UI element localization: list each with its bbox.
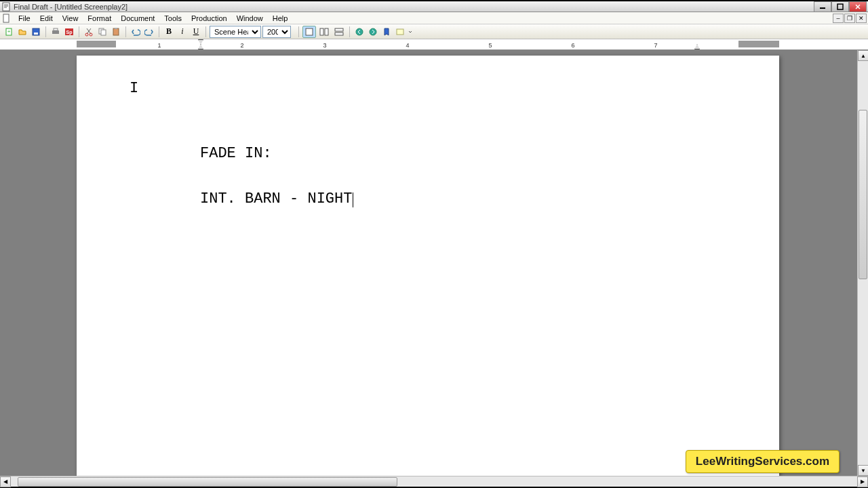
first-line-indent-marker[interactable]	[198, 39, 203, 45]
mdi-minimize-button[interactable]: –	[833, 14, 844, 23]
toolbar-separator	[125, 26, 126, 37]
app-icon	[1, 2, 11, 12]
open-button[interactable]	[16, 26, 28, 38]
underline-button[interactable]: U	[190, 26, 202, 38]
italic-button[interactable]: i	[176, 26, 189, 38]
svg-text:Sp: Sp	[66, 30, 73, 35]
left-indent-marker[interactable]	[198, 44, 203, 49]
menu-format[interactable]: Format	[83, 14, 116, 23]
ruler-number: 2	[240, 42, 243, 49]
menu-tools[interactable]: Tools	[159, 14, 186, 23]
page-view-button[interactable]	[302, 26, 316, 38]
vertical-scrollbar[interactable]: ▲ ▼	[857, 50, 868, 476]
maximize-button[interactable]	[831, 1, 849, 12]
ruler-number: 6	[571, 42, 574, 49]
menu-production[interactable]: Production	[186, 14, 232, 23]
copy-button[interactable]	[96, 26, 108, 38]
svg-rect-15	[101, 30, 106, 35]
ruler-number: 7	[654, 42, 657, 49]
menu-window[interactable]: Window	[232, 14, 268, 23]
menu-document[interactable]: Document	[116, 14, 159, 23]
svg-rect-8	[52, 30, 59, 34]
nav-prev-button[interactable]	[353, 26, 366, 38]
ruler-number: 3	[323, 42, 326, 49]
svg-rect-22	[335, 33, 343, 35]
menu-edit[interactable]: Edit	[35, 14, 58, 23]
svg-rect-3	[3, 14, 9, 22]
menu-file[interactable]: File	[14, 14, 35, 23]
ruler[interactable]: 1 2 3 4 5 6 7	[0, 39, 868, 50]
bookmark-button[interactable]	[380, 26, 393, 38]
ruler-right-margin	[738, 41, 779, 47]
minimize-button[interactable]	[814, 1, 831, 12]
mdi-restore-button[interactable]: ❐	[844, 14, 855, 23]
scroll-right-button[interactable]: ▶	[857, 476, 868, 487]
script-content[interactable]: FADE IN: INT. BARN - NIGHT	[200, 144, 353, 235]
paste-button[interactable]	[110, 26, 122, 38]
svg-rect-25	[397, 29, 403, 35]
toolbar-separator	[349, 26, 350, 37]
svg-rect-19	[320, 28, 323, 35]
split-view-button[interactable]	[332, 26, 346, 38]
script-note-button[interactable]	[394, 26, 406, 38]
normal-view-button[interactable]	[317, 26, 331, 38]
svg-rect-21	[335, 28, 343, 31]
svg-rect-2	[837, 4, 843, 9]
script-line-transition[interactable]: FADE IN:	[200, 144, 353, 165]
document-area: I FADE IN: INT. BARN - NIGHT ▲ ▼	[0, 50, 868, 476]
new-button[interactable]: +	[3, 26, 15, 38]
horizontal-scrollbar[interactable]: ◀ ▶	[0, 476, 868, 487]
ruler-left-margin	[77, 41, 116, 47]
save-button[interactable]	[30, 26, 42, 38]
window-controls	[814, 1, 867, 12]
menubar: File Edit View Format Document Tools Pro…	[0, 12, 868, 24]
zoom-select[interactable]: 200%	[262, 26, 291, 38]
svg-rect-0	[3, 3, 9, 11]
toolbar-separator	[79, 26, 79, 37]
svg-text:+: +	[7, 28, 11, 35]
document-icon[interactable]	[1, 14, 11, 23]
toolbar-separator	[298, 26, 299, 37]
svg-rect-9	[54, 28, 58, 30]
close-button[interactable]	[849, 1, 867, 12]
vertical-scroll-thumb[interactable]	[859, 110, 867, 279]
toolbar: + Sp B i U Scene Heading 200%	[0, 24, 868, 39]
toolbar-separator	[45, 26, 46, 37]
window-title: Final Draft - [Untitled Screenplay2]	[14, 3, 814, 11]
print-button[interactable]	[50, 26, 62, 38]
mdi-controls: – ❐ ✕	[832, 14, 867, 23]
cut-button[interactable]	[83, 26, 95, 38]
undo-button[interactable]	[130, 26, 142, 38]
mdi-close-button[interactable]: ✕	[856, 14, 867, 23]
titlebar: Final Draft - [Untitled Screenplay2]	[0, 1, 868, 12]
scroll-up-button[interactable]: ▲	[858, 50, 868, 61]
scene-heading-text[interactable]: INT. BARN - NIGHT	[200, 190, 352, 207]
spellcheck-button[interactable]: Sp	[63, 26, 75, 38]
menu-help[interactable]: Help	[268, 14, 293, 23]
scroll-down-button[interactable]: ▼	[858, 465, 868, 476]
svg-rect-17	[115, 28, 117, 29]
svg-rect-16	[113, 28, 119, 35]
ruler-number: 1	[157, 42, 161, 49]
text-caret	[353, 192, 353, 207]
bold-button[interactable]: B	[163, 26, 175, 38]
text-cursor-icon: I	[130, 80, 138, 97]
svg-rect-20	[325, 28, 328, 35]
redo-button[interactable]	[143, 26, 155, 38]
ruler-number: 5	[488, 42, 492, 49]
svg-point-24	[370, 28, 376, 35]
right-indent-marker[interactable]	[694, 44, 700, 49]
toolbar-separator	[205, 26, 206, 37]
script-page[interactable]: I FADE IN: INT. BARN - NIGHT	[77, 56, 779, 476]
svg-rect-18	[306, 28, 313, 35]
element-type-select[interactable]: Scene Heading	[210, 26, 261, 38]
horizontal-scroll-track[interactable]	[11, 476, 857, 487]
menu-view[interactable]: View	[58, 14, 83, 23]
watermark-badge: LeeWritingServices.com	[686, 450, 840, 473]
toolbar-overflow-icon[interactable]	[408, 26, 413, 38]
script-line-scene-heading[interactable]: INT. BARN - NIGHT	[200, 189, 353, 210]
horizontal-scroll-thumb[interactable]	[18, 477, 397, 487]
nav-next-button[interactable]	[367, 26, 379, 38]
scroll-left-button[interactable]: ◀	[0, 476, 11, 487]
svg-rect-7	[34, 33, 38, 35]
